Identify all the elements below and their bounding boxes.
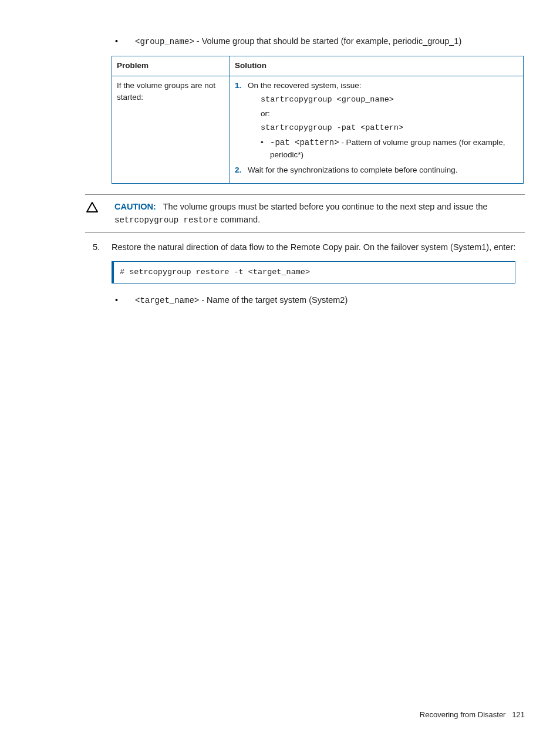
- code-target-name: <target_name>: [135, 296, 199, 305]
- step5-codebox: # setrcopygroup restore -t <target_name>: [112, 261, 515, 283]
- problem-solution-table: Problem Solution If the volume groups ar…: [112, 56, 524, 184]
- caution-icon: [85, 201, 109, 212]
- caution-body: CAUTION: The volume groups must be start…: [109, 201, 525, 227]
- caution-text-after: command.: [218, 215, 260, 224]
- th-problem: Problem: [112, 56, 230, 76]
- main-step-list: 5. Restore the natural direction of data…: [112, 241, 525, 306]
- footer-section: Recovering from Disaster: [420, 710, 506, 719]
- step5-bullet-list: <target_name> - Name of the target syste…: [112, 294, 525, 306]
- step1-inner-list: -pat <pattern> - Pattern of volume group…: [261, 137, 518, 161]
- caution-block: CAUTION: The volume groups must be start…: [85, 194, 525, 233]
- caution-label: CAUTION:: [114, 202, 156, 211]
- step-5: 5. Restore the natural direction of data…: [94, 241, 525, 306]
- page-footer: Recovering from Disaster 121: [420, 710, 525, 719]
- bullet-target-name: <target_name> - Name of the target syste…: [112, 294, 525, 306]
- td-problem: If the volume groups are not started:: [112, 76, 230, 184]
- solution-step-1: 1. On the recovered system, issue: start…: [235, 80, 518, 161]
- caution-text-before: The volume groups must be started before…: [163, 202, 488, 211]
- footer-page: 121: [512, 710, 525, 719]
- step5-number: 5.: [93, 241, 100, 254]
- step1-text: On the recovered system, issue:: [248, 81, 362, 90]
- bullet-group-name: <group_name> - Volume group that should …: [112, 35, 525, 48]
- step5-text: Restore the natural direction of data fl…: [112, 242, 515, 252]
- top-bullet-list: <group_name> - Volume group that should …: [112, 35, 525, 48]
- svg-marker-0: [87, 202, 97, 212]
- table-header-row: Problem Solution: [112, 56, 524, 76]
- text-group-name: - Volume group that should be started (f…: [194, 36, 461, 46]
- step1-inner-item: -pat <pattern> - Pattern of volume group…: [261, 137, 518, 161]
- step1-inner-code: -pat <pattern>: [270, 138, 339, 147]
- text-target-name: - Name of the target system (System2): [199, 295, 348, 305]
- step1-code2: startrcopygroup -pat <pattern>: [261, 122, 518, 134]
- th-solution: Solution: [230, 56, 524, 76]
- caution-code: setrcopygroup restore: [114, 215, 218, 225]
- solution-step-2: 2. Wait for the synchronizations to comp…: [235, 164, 518, 176]
- step1-or: or:: [261, 108, 518, 120]
- step2-text: Wait for the synchronizations to complet…: [248, 166, 457, 174]
- td-solution: 1. On the recovered system, issue: start…: [230, 76, 524, 184]
- solution-steps: 1. On the recovered system, issue: start…: [235, 80, 518, 177]
- table-row: If the volume groups are not started: 1.…: [112, 76, 524, 184]
- step1-code1: startrcopygroup <group_name>: [261, 94, 518, 106]
- step1-number: 1.: [235, 80, 241, 92]
- code-group-name: <group_name>: [135, 37, 194, 46]
- step2-number: 2.: [235, 164, 241, 176]
